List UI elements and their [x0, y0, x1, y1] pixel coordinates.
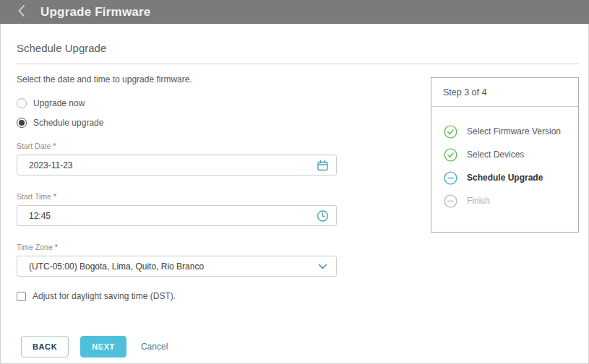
- time-zone-select[interactable]: (UTC-05:00) Bogota, Lima, Quito, Rio Bra…: [17, 256, 337, 277]
- radio-label: Schedule upgrade: [33, 118, 103, 128]
- step-select-firmware-version: Select Firmware Version: [444, 125, 568, 139]
- time-zone-label: Time Zone*: [17, 243, 337, 251]
- required-asterisk: *: [55, 243, 58, 251]
- check-circle-icon: [444, 148, 457, 162]
- start-time-input-wrap: [17, 205, 337, 226]
- chevron-down-icon: [317, 260, 329, 272]
- header-bar: Upgrade Firmware: [0, 0, 589, 24]
- back-button[interactable]: BACK: [21, 336, 69, 358]
- chevron-left-icon: [17, 4, 25, 20]
- steps-panel-title: Step 3 of 4: [431, 78, 578, 107]
- back-chevron-button[interactable]: [9, 0, 33, 24]
- checkbox-unchecked-icon: [17, 292, 26, 301]
- start-time-input[interactable]: [17, 206, 336, 225]
- section-title: Schedule Upgrade: [17, 42, 579, 64]
- calendar-icon[interactable]: [317, 159, 329, 171]
- upgrade-timing-radio-group: Upgrade now Schedule upgrade: [17, 97, 103, 136]
- time-zone-field: Time Zone* (UTC-05:00) Bogota, Lima, Qui…: [17, 243, 337, 277]
- wizard-steps-panel: Step 3 of 4 Select Firmware Version: [431, 77, 579, 233]
- content-frame: Schedule Upgrade Select the date and tim…: [0, 24, 589, 364]
- step-finish: Finish: [444, 194, 568, 208]
- radio-upgrade-now[interactable]: Upgrade now: [17, 97, 103, 110]
- form-description: Select the date and time to upgrade firm…: [17, 74, 192, 84]
- step-label: Select Firmware Version: [467, 125, 561, 139]
- dst-checkbox-row[interactable]: Adjust for daylight saving time (DST).: [17, 291, 176, 301]
- dst-checkbox-label: Adjust for daylight saving time (DST).: [33, 291, 176, 301]
- start-date-label: Start Date*: [17, 142, 337, 150]
- radio-schedule-upgrade[interactable]: Schedule upgrade: [17, 116, 103, 129]
- start-date-input[interactable]: [17, 155, 336, 175]
- start-time-field: Start Time*: [17, 192, 337, 226]
- clock-icon[interactable]: [317, 209, 329, 222]
- step-schedule-upgrade: Schedule Upgrade: [444, 171, 568, 185]
- label-text: Start Date: [17, 142, 51, 150]
- start-time-label: Start Time*: [17, 192, 337, 201]
- required-asterisk: *: [53, 142, 56, 150]
- step-label: Schedule Upgrade: [467, 171, 543, 185]
- label-text: Start Time: [17, 192, 51, 201]
- time-zone-selected-value: (UTC-05:00) Bogota, Lima, Quito, Rio Bra…: [29, 261, 204, 272]
- step-label: Finish: [467, 194, 490, 208]
- cancel-link[interactable]: Cancel: [141, 342, 168, 352]
- step-label: Select Devices: [467, 148, 524, 162]
- page-title: Upgrade Firmware: [40, 5, 150, 20]
- check-circle-icon: [444, 125, 457, 139]
- radio-selected-icon: [17, 118, 27, 128]
- action-button-row: BACK NEXT Cancel: [21, 336, 168, 358]
- required-asterisk: *: [53, 192, 56, 201]
- upgrade-firmware-window: Upgrade Firmware Schedule Upgrade Select…: [0, 0, 589, 364]
- start-date-input-wrap: [17, 155, 337, 176]
- minus-circle-icon: [444, 171, 457, 185]
- next-button[interactable]: NEXT: [80, 336, 126, 358]
- steps-list: Select Firmware Version Select Devices: [431, 107, 578, 217]
- radio-label: Upgrade now: [33, 98, 85, 108]
- radio-unselected-icon: [17, 98, 27, 108]
- minus-circle-icon: [444, 194, 457, 208]
- start-date-field: Start Date*: [17, 142, 337, 176]
- step-select-devices: Select Devices: [444, 148, 568, 162]
- label-text: Time Zone: [17, 243, 53, 251]
